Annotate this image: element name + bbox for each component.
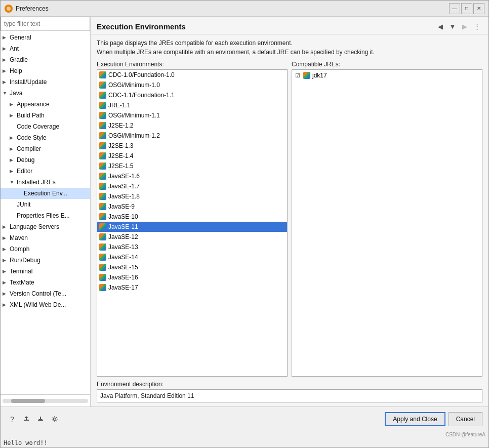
- chevron-debug: ▶: [10, 157, 16, 162]
- env-item-cdc-1.0[interactable]: CDC-1.0/Foundation-1.0: [97, 70, 287, 80]
- chevron-oomph: ▶: [3, 247, 9, 252]
- sidebar-item-textmate[interactable]: ▶TextMate: [1, 277, 90, 288]
- sidebar-item-code-style[interactable]: ▶Code Style: [1, 132, 90, 143]
- env-item-j2se-1.5[interactable]: J2SE-1.5: [97, 161, 287, 171]
- close-button[interactable]: ✕: [473, 3, 484, 14]
- env-item-javase-17[interactable]: JavaSE-17: [97, 282, 287, 293]
- sidebar-label-help: Help: [10, 67, 22, 74]
- sidebar-item-build-path[interactable]: ▶Build Path: [1, 110, 90, 121]
- env-icon-javase-11: [99, 223, 106, 230]
- env-icon-javase-12: [99, 233, 106, 240]
- sidebar-item-run-debug[interactable]: ▶Run/Debug: [1, 255, 90, 266]
- help-button[interactable]: ?: [7, 414, 18, 425]
- env-item-cdc-1.1[interactable]: CDC-1.1/Foundation-1.1: [97, 90, 287, 100]
- sidebar-item-terminal[interactable]: ▶Terminal: [1, 266, 90, 277]
- env-item-osgi-min-1.2[interactable]: OSGi/Minimum-1.2: [97, 131, 287, 141]
- chevron-compiler: ▶: [10, 146, 16, 151]
- apply-close-button[interactable]: Apply and Close: [385, 412, 445, 426]
- sidebar-tree: ▶General▶Ant▶Gradle▶Help▶Install/Update▼…: [1, 31, 90, 394]
- env-label-cdc-1.1: CDC-1.1/Foundation-1.1: [108, 92, 175, 99]
- sidebar-item-help[interactable]: ▶Help: [1, 65, 90, 76]
- sidebar-item-installed-jres[interactable]: ▼Installed JREs: [1, 177, 90, 188]
- sidebar-item-properties-files[interactable]: Properties Files E...: [1, 210, 90, 221]
- titlebar: Preferences — □ ✕: [1, 1, 488, 17]
- sidebar-scrollbar[interactable]: [1, 394, 90, 406]
- jre-label-jdk17: jdk17: [312, 72, 327, 79]
- cancel-button[interactable]: Cancel: [449, 412, 482, 426]
- env-icon-j2se-1.4: [99, 152, 106, 159]
- env-item-javase-1.7[interactable]: JavaSE-1.7: [97, 181, 287, 191]
- chevron-code-style: ▶: [10, 135, 16, 140]
- sidebar-item-version-control[interactable]: ▶Version Control (Te...: [1, 288, 90, 299]
- sidebar-item-install-update[interactable]: ▶Install/Update: [1, 76, 90, 88]
- sidebar-item-language-servers[interactable]: ▶Language Servers: [1, 221, 90, 232]
- env-label-j2se-1.4: J2SE-1.4: [108, 152, 133, 159]
- env-item-jre-1.1[interactable]: JRE-1.1: [97, 100, 287, 110]
- scrollbar-thumb: [11, 399, 46, 403]
- env-item-javase-12[interactable]: JavaSE-12: [97, 232, 287, 242]
- maximize-button[interactable]: □: [461, 3, 472, 14]
- sidebar-label-oomph: Oomph: [10, 246, 29, 253]
- filter-input[interactable]: [1, 17, 90, 31]
- env-description-input[interactable]: [97, 389, 482, 402]
- env-icon-osgi-min-1.1: [99, 112, 106, 119]
- sidebar-item-appearance[interactable]: ▶Appearance: [1, 99, 90, 110]
- import-button[interactable]: [35, 414, 46, 425]
- env-item-javase-9[interactable]: JavaSE-9: [97, 201, 287, 212]
- env-item-javase-10[interactable]: JavaSE-10: [97, 212, 287, 222]
- two-column-layout: Execution Environments: CDC-1.0/Foundati…: [97, 61, 482, 377]
- back-button[interactable]: ◀: [435, 21, 446, 32]
- sidebar-item-general[interactable]: ▶General: [1, 32, 90, 43]
- env-label-javase-14: JavaSE-14: [108, 254, 138, 261]
- sidebar-item-xml-wild-web[interactable]: ▶XML (Wild Web De...: [1, 299, 90, 310]
- sidebar-item-editor[interactable]: ▶Editor: [1, 166, 90, 177]
- env-item-javase-1.8[interactable]: JavaSE-1.8: [97, 191, 287, 201]
- sidebar-item-junit[interactable]: JUnit: [1, 199, 90, 210]
- env-label-javase-11: JavaSE-11: [108, 223, 138, 230]
- sidebar-item-code-coverage[interactable]: Code Coverage: [1, 121, 90, 132]
- env-item-osgi-min-1.0[interactable]: OSGi/Minimum-1.0: [97, 80, 287, 90]
- sidebar-label-debug: Debug: [17, 156, 34, 164]
- env-item-osgi-min-1.1[interactable]: OSGi/Minimum-1.1: [97, 110, 287, 120]
- sidebar-item-debug[interactable]: ▶Debug: [1, 154, 90, 166]
- bottom-left-icons: ?: [7, 414, 60, 425]
- sidebar-item-ant[interactable]: ▶Ant: [1, 43, 90, 54]
- sidebar-label-editor: Editor: [17, 168, 32, 175]
- preferences-icon-button[interactable]: [49, 414, 60, 425]
- env-label-cdc-1.0: CDC-1.0/Foundation-1.0: [108, 71, 175, 78]
- more-options-button[interactable]: ⋮: [471, 21, 482, 32]
- sidebar-item-java[interactable]: ▼Java: [1, 88, 90, 99]
- env-item-javase-15[interactable]: JavaSE-15: [97, 262, 287, 272]
- environments-column: Execution Environments: CDC-1.0/Foundati…: [97, 61, 288, 377]
- minimize-button[interactable]: —: [449, 3, 460, 14]
- env-item-javase-13[interactable]: JavaSE-13: [97, 242, 287, 252]
- env-item-j2se-1.4[interactable]: J2SE-1.4: [97, 151, 287, 161]
- env-icon-javase-17: [99, 284, 106, 291]
- sidebar-item-oomph[interactable]: ▶Oomph: [1, 243, 90, 255]
- svg-marker-3: [24, 416, 28, 418]
- forward-button[interactable]: ▶: [459, 21, 470, 32]
- svg-point-7: [54, 418, 56, 420]
- env-item-j2se-1.3[interactable]: J2SE-1.3: [97, 141, 287, 151]
- sidebar-item-execution-env[interactable]: Execution Env...: [1, 188, 90, 199]
- env-item-javase-11[interactable]: JavaSE-11: [97, 222, 287, 232]
- toolbar-buttons: ◀ ▼ ▶ ⋮: [435, 21, 482, 32]
- jre-checkbox-jdk17[interactable]: ☑: [295, 72, 303, 79]
- env-item-javase-1.6[interactable]: JavaSE-1.6: [97, 171, 287, 181]
- panel-body: Execution Environments: CDC-1.0/Foundati…: [91, 61, 488, 406]
- scrollbar-track: [3, 399, 88, 403]
- hello-bar: Hello word!!: [1, 438, 488, 447]
- sidebar-item-gradle[interactable]: ▶Gradle: [1, 54, 90, 65]
- env-item-javase-16[interactable]: JavaSE-16: [97, 272, 287, 282]
- env-item-j2se-1.2[interactable]: J2SE-1.2: [97, 120, 287, 131]
- jre-list[interactable]: ☑jdk17: [292, 69, 482, 377]
- jre-item-jdk17[interactable]: ☑jdk17: [292, 70, 482, 81]
- environments-list[interactable]: CDC-1.0/Foundation-1.0OSGi/Minimum-1.0CD…: [97, 69, 288, 377]
- env-item-javase-14[interactable]: JavaSE-14: [97, 252, 287, 262]
- export-button[interactable]: [21, 414, 32, 425]
- back-dropdown-button[interactable]: ▼: [447, 21, 458, 32]
- env-description-section: Environment description:: [97, 381, 482, 402]
- sidebar-item-maven[interactable]: ▶Maven: [1, 232, 90, 243]
- sidebar-label-textmate: TextMate: [10, 279, 34, 286]
- sidebar-item-compiler[interactable]: ▶Compiler: [1, 143, 90, 154]
